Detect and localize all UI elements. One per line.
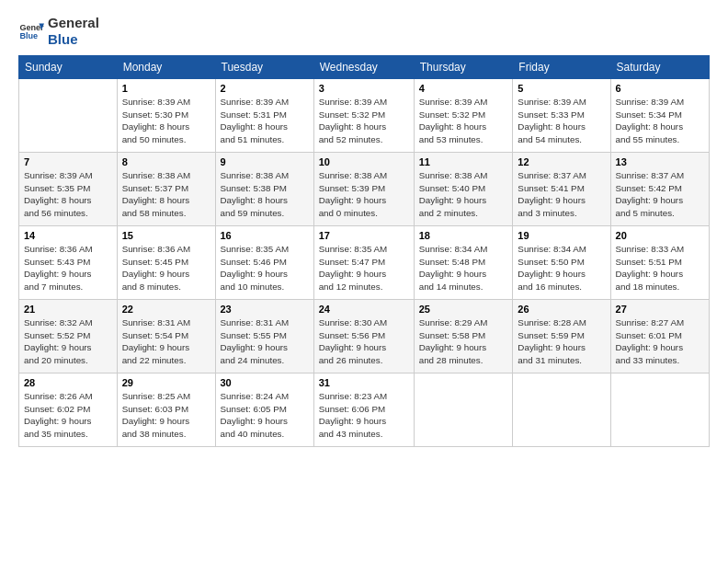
day-info: Sunrise: 8:30 AM Sunset: 5:56 PM Dayligh… <box>319 316 409 367</box>
calendar-cell: 29Sunrise: 8:25 AM Sunset: 6:03 PM Dayli… <box>117 373 215 447</box>
calendar-cell: 22Sunrise: 8:31 AM Sunset: 5:54 PM Dayli… <box>117 300 215 373</box>
day-number: 1 <box>122 83 210 94</box>
calendar-cell: 9Sunrise: 8:38 AM Sunset: 5:38 PM Daylig… <box>215 153 313 226</box>
day-number: 11 <box>419 156 508 167</box>
calendar-cell: 27Sunrise: 8:27 AM Sunset: 6:01 PM Dayli… <box>610 300 709 373</box>
day-number: 26 <box>518 304 605 315</box>
day-info: Sunrise: 8:38 AM Sunset: 5:39 PM Dayligh… <box>319 169 409 220</box>
calendar-cell: 13Sunrise: 8:37 AM Sunset: 5:42 PM Dayli… <box>610 153 709 226</box>
calendar-cell: 15Sunrise: 8:36 AM Sunset: 5:45 PM Dayli… <box>117 226 215 300</box>
day-number: 16 <box>221 230 309 241</box>
calendar-cell: 2Sunrise: 8:39 AM Sunset: 5:31 PM Daylig… <box>215 79 313 153</box>
logo-blue: Blue <box>48 31 99 48</box>
day-number: 10 <box>319 156 409 167</box>
day-info: Sunrise: 8:26 AM Sunset: 6:02 PM Dayligh… <box>24 390 112 441</box>
day-number: 4 <box>419 83 508 94</box>
calendar-header-row: SundayMondayTuesdayWednesdayThursdayFrid… <box>19 56 710 79</box>
day-info: Sunrise: 8:38 AM Sunset: 5:40 PM Dayligh… <box>419 169 508 220</box>
calendar-cell: 31Sunrise: 8:23 AM Sunset: 6:06 PM Dayli… <box>313 373 414 447</box>
day-number: 18 <box>419 230 508 241</box>
header: General Blue General Blue <box>18 15 710 48</box>
calendar-cell: 6Sunrise: 8:39 AM Sunset: 5:34 PM Daylig… <box>610 79 709 153</box>
day-info: Sunrise: 8:23 AM Sunset: 6:06 PM Dayligh… <box>319 390 409 441</box>
day-info: Sunrise: 8:36 AM Sunset: 5:45 PM Dayligh… <box>122 243 210 293</box>
day-info: Sunrise: 8:28 AM Sunset: 5:59 PM Dayligh… <box>518 316 605 367</box>
day-info: Sunrise: 8:39 AM Sunset: 5:32 PM Dayligh… <box>419 96 508 146</box>
day-number: 23 <box>221 304 309 315</box>
day-number: 22 <box>122 304 210 315</box>
calendar-cell: 10Sunrise: 8:38 AM Sunset: 5:39 PM Dayli… <box>313 153 414 226</box>
day-number: 21 <box>24 304 112 315</box>
day-info: Sunrise: 8:39 AM Sunset: 5:34 PM Dayligh… <box>616 96 704 146</box>
day-info: Sunrise: 8:39 AM Sunset: 5:33 PM Dayligh… <box>518 96 605 146</box>
day-number: 15 <box>122 230 210 241</box>
calendar-cell: 1Sunrise: 8:39 AM Sunset: 5:30 PM Daylig… <box>117 79 215 153</box>
day-info: Sunrise: 8:37 AM Sunset: 5:42 PM Dayligh… <box>616 169 704 220</box>
day-info: Sunrise: 8:34 AM Sunset: 5:48 PM Dayligh… <box>419 243 508 293</box>
day-number: 27 <box>616 304 704 315</box>
day-info: Sunrise: 8:39 AM Sunset: 5:30 PM Dayligh… <box>122 96 210 146</box>
day-number: 19 <box>518 230 605 241</box>
day-number: 12 <box>518 156 605 167</box>
calendar-cell: 18Sunrise: 8:34 AM Sunset: 5:48 PM Dayli… <box>414 226 513 300</box>
day-info: Sunrise: 8:31 AM Sunset: 5:54 PM Dayligh… <box>122 316 210 367</box>
day-info: Sunrise: 8:38 AM Sunset: 5:37 PM Dayligh… <box>122 169 210 220</box>
calendar-cell: 26Sunrise: 8:28 AM Sunset: 5:59 PM Dayli… <box>513 300 610 373</box>
logo-general: General <box>48 15 99 31</box>
day-number: 20 <box>616 230 704 241</box>
day-info: Sunrise: 8:33 AM Sunset: 5:51 PM Dayligh… <box>616 243 704 293</box>
day-number: 2 <box>221 83 309 94</box>
day-info: Sunrise: 8:29 AM Sunset: 5:58 PM Dayligh… <box>419 316 508 367</box>
day-number: 13 <box>616 156 704 167</box>
day-number: 31 <box>319 377 409 388</box>
day-number: 8 <box>122 156 210 167</box>
calendar-cell: 16Sunrise: 8:35 AM Sunset: 5:46 PM Dayli… <box>215 226 313 300</box>
weekday-header: Friday <box>513 56 610 79</box>
day-info: Sunrise: 8:35 AM Sunset: 5:46 PM Dayligh… <box>221 243 309 293</box>
calendar-cell: 7Sunrise: 8:39 AM Sunset: 5:35 PM Daylig… <box>19 153 118 226</box>
day-info: Sunrise: 8:27 AM Sunset: 6:01 PM Dayligh… <box>616 316 704 367</box>
day-info: Sunrise: 8:35 AM Sunset: 5:47 PM Dayligh… <box>319 243 409 293</box>
weekday-header: Monday <box>117 56 215 79</box>
weekday-header: Wednesday <box>313 56 414 79</box>
day-info: Sunrise: 8:31 AM Sunset: 5:55 PM Dayligh… <box>221 316 309 367</box>
calendar-cell: 19Sunrise: 8:34 AM Sunset: 5:50 PM Dayli… <box>513 226 610 300</box>
logo: General Blue General Blue <box>18 15 99 48</box>
calendar-cell: 20Sunrise: 8:33 AM Sunset: 5:51 PM Dayli… <box>610 226 709 300</box>
calendar-cell <box>414 373 513 447</box>
day-info: Sunrise: 8:36 AM Sunset: 5:43 PM Dayligh… <box>24 243 112 293</box>
day-number: 14 <box>24 230 112 241</box>
calendar-table: SundayMondayTuesdayWednesdayThursdayFrid… <box>18 55 710 447</box>
calendar-cell: 24Sunrise: 8:30 AM Sunset: 5:56 PM Dayli… <box>313 300 414 373</box>
day-number: 3 <box>319 83 409 94</box>
day-info: Sunrise: 8:37 AM Sunset: 5:41 PM Dayligh… <box>518 169 605 220</box>
logo-icon: General Blue <box>18 18 44 44</box>
calendar-cell: 14Sunrise: 8:36 AM Sunset: 5:43 PM Dayli… <box>19 226 118 300</box>
weekday-header: Thursday <box>414 56 513 79</box>
day-number: 17 <box>319 230 409 241</box>
page: General Blue General Blue SundayMondayTu… <box>0 0 728 563</box>
calendar-week-row: 1Sunrise: 8:39 AM Sunset: 5:30 PM Daylig… <box>19 79 710 153</box>
calendar-cell: 28Sunrise: 8:26 AM Sunset: 6:02 PM Dayli… <box>19 373 118 447</box>
calendar-cell: 30Sunrise: 8:24 AM Sunset: 6:05 PM Dayli… <box>215 373 313 447</box>
calendar-week-row: 21Sunrise: 8:32 AM Sunset: 5:52 PM Dayli… <box>19 300 710 373</box>
day-number: 25 <box>419 304 508 315</box>
calendar-week-row: 14Sunrise: 8:36 AM Sunset: 5:43 PM Dayli… <box>19 226 710 300</box>
calendar-cell: 17Sunrise: 8:35 AM Sunset: 5:47 PM Dayli… <box>313 226 414 300</box>
calendar-cell: 25Sunrise: 8:29 AM Sunset: 5:58 PM Dayli… <box>414 300 513 373</box>
day-info: Sunrise: 8:24 AM Sunset: 6:05 PM Dayligh… <box>221 390 309 441</box>
day-number: 29 <box>122 377 210 388</box>
day-info: Sunrise: 8:39 AM Sunset: 5:35 PM Dayligh… <box>24 169 112 220</box>
day-number: 9 <box>221 156 309 167</box>
calendar-cell: 11Sunrise: 8:38 AM Sunset: 5:40 PM Dayli… <box>414 153 513 226</box>
day-info: Sunrise: 8:34 AM Sunset: 5:50 PM Dayligh… <box>518 243 605 293</box>
calendar-week-row: 28Sunrise: 8:26 AM Sunset: 6:02 PM Dayli… <box>19 373 710 447</box>
calendar-cell: 3Sunrise: 8:39 AM Sunset: 5:32 PM Daylig… <box>313 79 414 153</box>
day-info: Sunrise: 8:32 AM Sunset: 5:52 PM Dayligh… <box>24 316 112 367</box>
calendar-cell <box>19 79 118 153</box>
day-number: 6 <box>616 83 704 94</box>
day-info: Sunrise: 8:39 AM Sunset: 5:31 PM Dayligh… <box>221 96 309 146</box>
weekday-header: Sunday <box>19 56 118 79</box>
day-number: 7 <box>24 156 112 167</box>
day-number: 30 <box>221 377 309 388</box>
